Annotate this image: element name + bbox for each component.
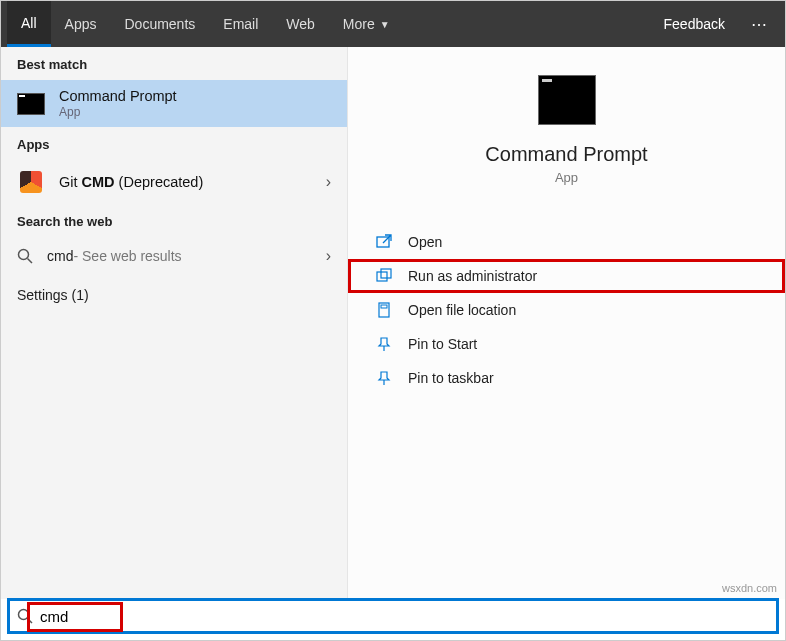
result-title: Git CMD (Deprecated) [59,174,203,190]
result-git-cmd[interactable]: Git CMD (Deprecated) › [1,160,347,204]
web-query-text: cmd [47,248,73,264]
web-results-hint: - See web results [73,248,181,264]
result-command-prompt[interactable]: Command Prompt App [1,80,347,127]
chevron-down-icon: ▼ [380,19,390,30]
preview-subtype: App [348,170,785,185]
section-apps: Apps [1,127,347,160]
tab-web[interactable]: Web [272,1,329,47]
result-web-search[interactable]: cmd - See web results › [1,237,347,275]
action-open[interactable]: Open [348,225,785,259]
svg-line-1 [28,259,33,264]
tab-more[interactable]: More▼ [329,1,404,47]
shield-icon [374,268,394,284]
command-prompt-icon [17,90,45,118]
search-content: Best match Command Prompt App Apps Git C… [1,47,785,599]
action-label: Pin to taskbar [408,370,494,386]
tab-all[interactable]: All [7,1,51,47]
svg-rect-3 [377,272,387,281]
feedback-link[interactable]: Feedback [650,1,739,47]
search-bar[interactable] [7,598,779,634]
result-subtype: App [59,105,177,119]
action-pin-to-taskbar[interactable]: Pin to taskbar [348,361,785,395]
action-label: Pin to Start [408,336,477,352]
tab-apps[interactable]: Apps [51,1,111,47]
svg-point-7 [19,610,29,620]
result-title: Command Prompt [59,88,177,104]
svg-line-8 [28,619,33,624]
action-open-file-location[interactable]: Open file location [348,293,785,327]
results-column: Best match Command Prompt App Apps Git C… [1,47,348,599]
section-best-match: Best match [1,47,347,80]
action-run-as-administrator[interactable]: Run as administrator [348,259,785,293]
svg-rect-4 [381,269,391,278]
section-search-web: Search the web [1,204,347,237]
overflow-menu[interactable]: ⋯ [739,1,779,47]
chevron-right-icon: › [326,247,331,265]
folder-icon [374,302,394,318]
preview-app-icon [538,75,596,125]
tab-email[interactable]: Email [209,1,272,47]
watermark: wsxdn.com [722,582,777,594]
pin-icon [374,336,394,352]
action-pin-to-start[interactable]: Pin to Start [348,327,785,361]
git-icon [17,168,45,196]
search-filter-tabs: All Apps Documents Email Web More▼ Feedb… [1,1,785,47]
action-label: Run as administrator [408,268,537,284]
search-input[interactable] [40,601,776,631]
svg-rect-6 [381,305,387,308]
preview-actions: Open Run as administrator Open file loca… [348,225,785,395]
preview-title: Command Prompt [348,143,785,166]
action-label: Open file location [408,302,516,318]
open-icon [374,234,394,250]
chevron-right-icon: › [326,173,331,191]
search-icon [17,248,33,264]
action-label: Open [408,234,442,250]
result-settings-group[interactable]: Settings (1) [1,275,347,315]
search-icon [10,608,40,624]
pin-icon [374,370,394,386]
preview-pane: Command Prompt App Open Run as administr… [348,47,785,599]
tab-documents[interactable]: Documents [110,1,209,47]
svg-point-0 [19,250,29,260]
